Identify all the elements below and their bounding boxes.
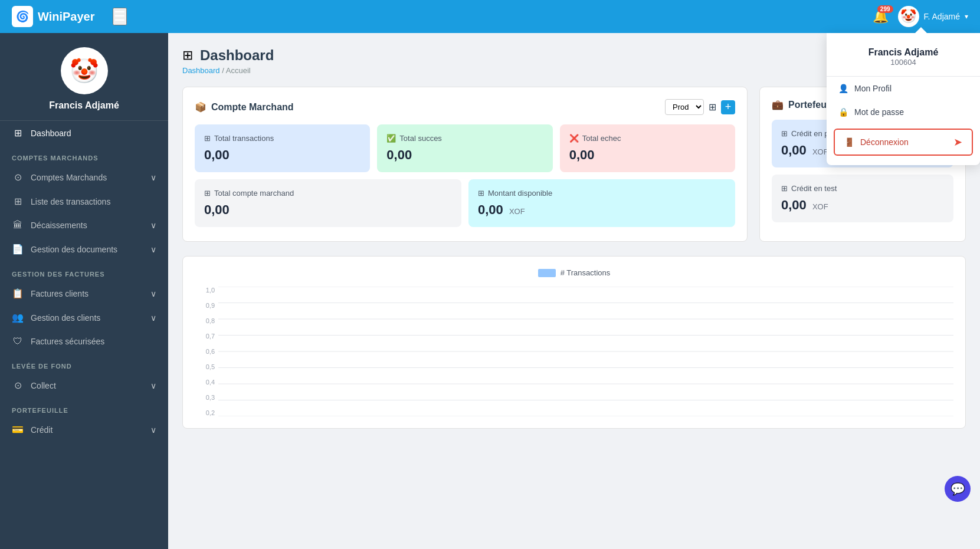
check-icon: ✅: [386, 134, 396, 143]
dropdown-logout-item[interactable]: 🚪 Déconnexion ➤: [834, 129, 973, 156]
legend-label: # Transactions: [561, 268, 611, 277]
secure-icon: 🛡: [12, 336, 24, 347]
sidebar-item-factures-clients[interactable]: 📋 Factures clients ∨: [0, 281, 168, 305]
stat-total-compte: ⊞ Total compte marchand 0,00: [195, 179, 461, 227]
dropdown-full-name: Francis Adjamé: [838, 47, 968, 58]
dropdown-user-id: 100604: [838, 58, 968, 67]
sidebar-item-credit[interactable]: 💳 Crédit ∨: [0, 417, 168, 442]
stat-total-succes: ✅ Total succes 0,00: [377, 124, 552, 172]
chevron-icon: ∨: [150, 289, 156, 298]
dropdown-user-info: Francis Adjamé 100604: [827, 42, 980, 77]
app-logo[interactable]: 🌀 WiniPayer: [12, 6, 95, 27]
stat-value: 0,00: [204, 202, 452, 218]
sidebar-label: Comptes Marchands: [31, 173, 107, 182]
hash-icon: ⊞: [204, 189, 211, 198]
chart-legend: # Transactions: [195, 268, 953, 277]
user-icon: 👤: [838, 84, 848, 93]
stat-total-transactions: ⊞ Total transactions 0,00: [195, 124, 370, 172]
section-title-portefeuille: PORTEFEUILLE: [0, 397, 168, 417]
chart-section: # Transactions 1,0 0,9 0,8 0,7 0,6 0,5 0…: [182, 256, 966, 429]
sidebar-item-comptes-marchands[interactable]: ⊙ Comptes Marchands ∨: [0, 165, 168, 189]
stat-value: 0,00: [569, 147, 726, 163]
sidebar-profile: 🤡 Francis Adjamé: [0, 33, 168, 121]
comptes-icon: ⊙: [12, 172, 24, 183]
chevron-icon: ∨: [150, 245, 156, 254]
chevron-icon: ∨: [150, 221, 156, 230]
sidebar-item-clients[interactable]: 👥 Gestion des clients ∨: [0, 305, 168, 330]
breadcrumb-dashboard[interactable]: Dashboard: [182, 66, 220, 75]
transactions-icon: ⊞: [12, 196, 24, 207]
clients-icon: 👥: [12, 312, 24, 323]
notification-button[interactable]: 🔔 299: [873, 9, 889, 24]
sidebar: 🤡 Francis Adjamé ⊞ Dashboard COMPTES MAR…: [0, 33, 168, 549]
user-display-name: F. Adjamé: [924, 12, 960, 21]
sidebar-label: Crédit: [31, 425, 53, 435]
chevron-icon: ∨: [150, 425, 156, 435]
topnav: 🌀 WiniPayer ☰ 🔔 299 🤡 F. Adjamé ▾: [0, 0, 980, 33]
wallet-icon: 💼: [772, 99, 784, 110]
hash-icon: ⊞: [204, 134, 211, 143]
sidebar-item-transactions[interactable]: ⊞ Liste des transactions: [0, 189, 168, 213]
sidebar-label: Gestion des clients: [31, 313, 100, 323]
sidebar-item-label: Dashboard: [31, 129, 71, 138]
sidebar-username: Francis Adjamé: [49, 100, 119, 111]
dropdown-profile-label: Mon Profil: [854, 84, 891, 93]
dropdown-logout-label: Déconnexion: [860, 137, 909, 147]
prod-select[interactable]: Prod: [665, 99, 704, 115]
chevron-down-icon: ▾: [965, 12, 968, 21]
sidebar-item-factures-securisees[interactable]: 🛡 Factures sécurisées: [0, 330, 168, 353]
section-title-levee: LEVÉE DE FOND: [0, 353, 168, 373]
error-icon: ❌: [569, 134, 579, 143]
notification-badge: 299: [877, 5, 893, 13]
user-dropdown: Francis Adjamé 100604 👤 Mon Profil 🔒 Mot…: [827, 33, 980, 165]
topnav-right: 🔔 299 🤡 F. Adjamé ▾: [873, 6, 968, 27]
compte-marchand-title: 📦 Compte Marchand: [195, 101, 294, 113]
stat-value: 0,00: [386, 147, 543, 163]
chevron-icon: ∨: [150, 173, 156, 182]
chart-area: [218, 287, 953, 416]
sidebar-item-decaissements[interactable]: 🏛 Décaissements ∨: [0, 213, 168, 237]
logo-icon: 🌀: [12, 6, 33, 27]
sidebar-label: Factures clients: [31, 289, 89, 298]
arrow-right-icon: ➤: [953, 136, 962, 149]
credit-test-box: ⊞ Crédit en test 0,00 XOF: [772, 175, 953, 222]
stat-value: 0,00 XOF: [478, 202, 726, 218]
add-button[interactable]: +: [721, 100, 735, 114]
chevron-icon: ∨: [150, 313, 156, 323]
dropdown-password-item[interactable]: 🔒 Mot de passe: [827, 100, 980, 124]
dropdown-profile-item[interactable]: 👤 Mon Profil: [827, 77, 980, 100]
sidebar-item-documents[interactable]: 📄 Gestion des documents ∨: [0, 237, 168, 261]
chart-y-axis: 1,0 0,9 0,8 0,7 0,6 0,5 0,4 0,3 0,2: [195, 287, 218, 416]
sidebar-label: Gestion des documents: [31, 245, 117, 254]
chat-icon: 💬: [950, 482, 965, 496]
credit-icon: 💳: [12, 424, 24, 435]
section-title-factures: GESTION DES FACTURES: [0, 261, 168, 281]
lock-icon: 🔒: [838, 107, 848, 117]
page-icon: ⊞: [182, 48, 193, 63]
hash-icon: ⊞: [478, 189, 484, 198]
chart-svg: [218, 287, 953, 416]
chart-container: 1,0 0,9 0,8 0,7 0,6 0,5 0,4 0,3 0,2: [195, 287, 953, 416]
page-title: Dashboard: [200, 47, 274, 64]
app-name: WiniPayer: [38, 10, 95, 24]
package-icon: 📦: [195, 101, 207, 113]
documents-icon: 📄: [12, 244, 24, 255]
user-menu-button[interactable]: 🤡 F. Adjamé ▾: [898, 6, 968, 27]
hash-icon: ⊞: [781, 184, 788, 193]
hash-icon: ⊞: [781, 129, 788, 138]
grid-view-button[interactable]: ⊞: [709, 101, 716, 113]
sidebar-label: Liste des transactions: [31, 197, 110, 206]
stat-value: 0,00: [204, 147, 360, 163]
section-title-comptes: COMPTES MARCHANDS: [0, 145, 168, 165]
stat-montant-disponible: ⊞ Montant disponible 0,00 XOF: [468, 179, 735, 227]
factures-icon: 📋: [12, 288, 24, 299]
logout-icon: 🚪: [844, 137, 854, 147]
sidebar-item-collect[interactable]: ⊙ Collect ∨: [0, 373, 168, 397]
sidebar-label: Décaissements: [31, 221, 87, 230]
chat-bubble[interactable]: 💬: [945, 476, 971, 502]
dropdown-password-label: Mot de passe: [854, 107, 904, 117]
hamburger-button[interactable]: ☰: [113, 8, 127, 25]
sidebar-item-dashboard[interactable]: ⊞ Dashboard: [0, 121, 168, 145]
collect-icon: ⊙: [12, 380, 24, 391]
sidebar-label: Factures sécurisées: [31, 337, 104, 346]
